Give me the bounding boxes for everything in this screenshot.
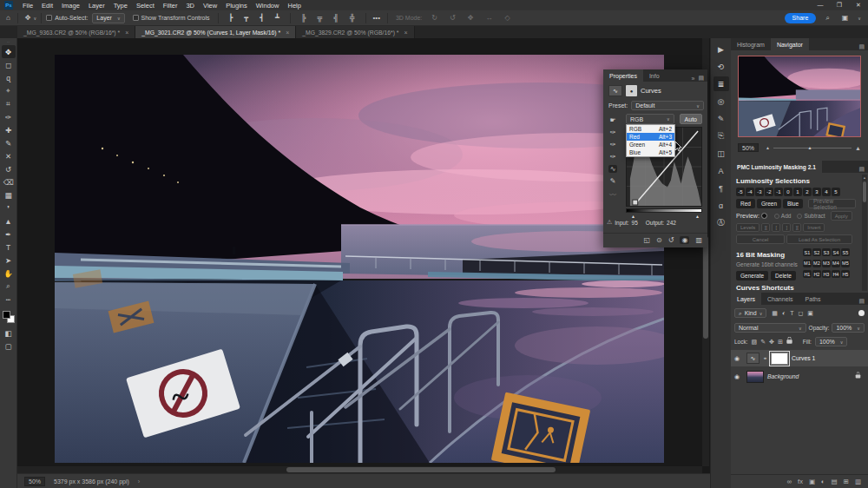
mask-button[interactable]: S1	[803, 248, 812, 256]
delete-adjustment-icon[interactable]: ▥	[695, 236, 702, 244]
navigator-zoom-field[interactable]: 50%	[738, 143, 759, 152]
reset-icon[interactable]: ↺	[668, 236, 674, 244]
visibility-eye-icon[interactable]: ◉	[731, 355, 743, 362]
preview-toggle[interactable]	[761, 213, 767, 219]
collapse-panel-icon[interactable]: »	[691, 76, 698, 82]
close-icon[interactable]: ✕	[849, 2, 868, 9]
pmc-scrollbar-thumb[interactable]	[863, 181, 866, 202]
dock-panel-icon[interactable]: ¶	[713, 181, 729, 195]
zoom-in-icon[interactable]: ▲	[855, 145, 861, 151]
panel-tab[interactable]: Info	[643, 69, 666, 82]
mask-button[interactable]: M5	[841, 260, 850, 267]
layer-filter-icon[interactable]: ◻	[798, 310, 803, 317]
layer-name[interactable]: Curves 1	[792, 355, 815, 361]
menu-item[interactable]: Layer	[84, 2, 109, 10]
blend-mode-dropdown[interactable]: Normal∨	[734, 323, 806, 333]
more-tools-icon[interactable]: •••	[2, 293, 16, 306]
mask-button[interactable]: M3	[822, 260, 831, 267]
channel-dropdown[interactable]: RGB∨	[626, 114, 674, 124]
distribute-icon[interactable]: ╦	[315, 14, 326, 22]
color-swatches[interactable]	[3, 311, 15, 323]
layers-action-icon[interactable]: ⊞	[844, 478, 849, 485]
tool-icon[interactable]: ❜	[2, 201, 16, 214]
dock-panel-icon[interactable]: ⟲	[713, 59, 729, 74]
layers-action-icon[interactable]: ▤	[832, 478, 838, 485]
level-button[interactable]: 2	[803, 188, 812, 196]
mask-button[interactable]: H5	[841, 270, 850, 278]
align-icon[interactable]: ┫	[257, 14, 266, 22]
tool-icon[interactable]: ✥	[2, 45, 16, 58]
level-button[interactable]: 4	[822, 188, 831, 196]
chevron-down-icon[interactable]: ∨	[34, 16, 37, 21]
lock-all-icon[interactable]	[786, 340, 792, 344]
distribute-icon[interactable]: ╬	[347, 14, 358, 22]
panel-tab[interactable]: Layers	[731, 293, 761, 305]
layers-action-icon[interactable]: fx	[798, 478, 803, 485]
panel-tab[interactable]: Channels	[761, 293, 799, 305]
tool-icon[interactable]: ✒	[2, 228, 16, 241]
edit-points-icon[interactable]: ∿	[608, 165, 618, 173]
gray-point-eyedropper-icon[interactable]: ✑	[610, 141, 616, 148]
home-icon[interactable]: ⌂	[3, 14, 13, 22]
auto-select-checkbox[interactable]	[46, 15, 52, 21]
preset-dropdown[interactable]: Default∨	[631, 101, 704, 110]
menu-item[interactable]: Image	[57, 2, 84, 10]
document-tab[interactable]: _MG_9363.CR2 @ 50% (RGB/16*) * ×	[17, 26, 135, 38]
move-tool-icon[interactable]: ✥	[23, 14, 34, 22]
dock-panel-icon[interactable]: ◎	[713, 94, 729, 109]
align-icon[interactable]: ┻	[273, 14, 282, 22]
lock-option-icon[interactable]: ⊞	[778, 339, 783, 346]
mask-button[interactable]: S4	[832, 248, 840, 256]
horizontal-scrollbar[interactable]	[17, 466, 702, 473]
clip-to-layer-icon[interactable]: ◱	[643, 236, 650, 244]
search-icon[interactable]: ⌕	[823, 14, 832, 23]
navigator-zoom-slider[interactable]: ▲	[773, 148, 852, 148]
mask-button[interactable]: H3	[822, 270, 831, 278]
distribute-icon[interactable]: ╠	[299, 14, 309, 22]
layers-action-icon[interactable]: ∞	[787, 478, 792, 485]
channel-button[interactable]: Red	[736, 199, 755, 208]
dock-panel-icon[interactable]: Ⓐ	[713, 215, 729, 230]
panel-menu-icon[interactable]: ▤	[698, 75, 707, 82]
show-transform-checkbox[interactable]	[133, 15, 139, 21]
layers-action-icon[interactable]: ▥	[855, 478, 861, 485]
panel-tab[interactable]: Paths	[799, 293, 827, 305]
tool-icon[interactable]: ⌕	[2, 280, 16, 293]
tool-icon[interactable]: ➤	[2, 254, 16, 267]
horizontal-scrollbar-thumb[interactable]	[286, 467, 556, 472]
align-icon[interactable]: ┳	[241, 14, 251, 22]
tool-icon[interactable]: ✋	[2, 267, 16, 280]
chevron-down-icon[interactable]: ∨	[858, 16, 861, 21]
dock-panel-icon[interactable]: ◫	[713, 146, 729, 161]
channel-menu-item[interactable]: Red Alt+3	[627, 133, 674, 141]
workspace-icon[interactable]: ▣	[839, 14, 852, 22]
quick-mask-icon[interactable]: ◧	[2, 326, 16, 340]
dock-panel-icon[interactable]: ɑ	[713, 198, 729, 213]
document-tab[interactable]: _MG_3021.CR2 @ 50% (Curves 1, Layer Mask…	[135, 26, 296, 38]
filter-toggle-icon[interactable]	[858, 310, 865, 316]
auto-button[interactable]: Auto	[680, 114, 702, 124]
menu-item[interactable]: Help	[283, 2, 305, 10]
level-button[interactable]: -2	[765, 188, 773, 196]
menu-item[interactable]: Filter	[159, 2, 182, 10]
menu-item[interactable]: 3D	[181, 2, 199, 10]
dock-panel-icon[interactable]: ≣	[713, 76, 729, 91]
tab-close-icon[interactable]: ×	[404, 30, 407, 36]
tool-icon[interactable]: ɋ	[2, 71, 16, 84]
level-button[interactable]: 1	[793, 188, 802, 196]
toolbar-handle[interactable]: ∙∙	[7, 40, 10, 44]
document-tab[interactable]: _MG_3829.CR2 @ 50% (RGB/16*) * ×	[296, 26, 414, 38]
vertical-scrollbar-thumb[interactable]	[703, 236, 708, 339]
mask-button[interactable]: S5	[841, 248, 850, 256]
menu-item[interactable]: Type	[109, 2, 132, 10]
output-value[interactable]: 242	[667, 220, 676, 226]
layer-name[interactable]: Background	[767, 373, 799, 379]
layers-action-icon[interactable]: ▣	[809, 478, 815, 485]
channel-menu-item[interactable]: Blue Alt+5	[627, 148, 674, 156]
status-zoom-field[interactable]: 50%	[24, 477, 45, 486]
tool-icon[interactable]: ⌫	[2, 175, 16, 188]
restore-icon[interactable]: ❐	[830, 2, 849, 9]
level-button[interactable]: 3	[812, 188, 821, 196]
menu-item[interactable]: Edit	[37, 2, 57, 10]
channel-menu-item[interactable]: Green Alt+4	[627, 141, 674, 148]
